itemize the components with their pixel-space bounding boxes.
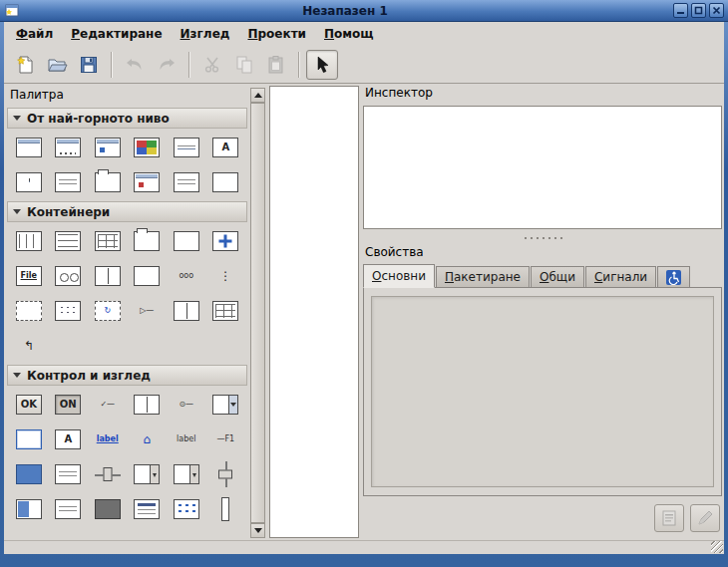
- tab-common[interactable]: Общи: [531, 266, 584, 287]
- new-file-button[interactable]: [9, 50, 41, 80]
- home-button-item[interactable]: ⌂: [128, 425, 168, 454]
- open-file-button[interactable]: [41, 50, 73, 80]
- hscale-item[interactable]: [88, 459, 128, 489]
- copy-button[interactable]: [228, 50, 260, 80]
- message-dialog-item[interactable]: [88, 133, 128, 162]
- vseparator-item[interactable]: [206, 494, 246, 524]
- vbox-item[interactable]: [49, 226, 89, 256]
- palette-section-header[interactable]: Контрол и изглед: [7, 365, 247, 386]
- progress-bar-item[interactable]: [9, 494, 49, 524]
- input-dialog-item[interactable]: [9, 167, 49, 197]
- edit-button[interactable]: [690, 504, 720, 532]
- drawing-area-item[interactable]: [88, 494, 128, 524]
- maximize-button[interactable]: [691, 3, 706, 18]
- scrollbar-thumb[interactable]: [250, 103, 265, 523]
- notebook-item[interactable]: [128, 226, 168, 256]
- properties-empty-area: [371, 296, 714, 487]
- icon-grid-item[interactable]: [167, 494, 206, 524]
- radio-button-item[interactable]: ⊙—: [167, 390, 206, 420]
- font-selection-dialog-item[interactable]: A: [206, 133, 246, 162]
- link-button-item[interactable]: label: [88, 425, 128, 454]
- properties-action-buttons: [654, 504, 720, 532]
- fixed-item[interactable]: [206, 226, 246, 256]
- file-chooser-dialog-item[interactable]: [167, 133, 206, 162]
- title-bar[interactable]: Незапазен 1: [0, 0, 728, 22]
- menu-small-item[interactable]: [128, 494, 168, 524]
- vbuttonbox-item[interactable]: ⋮: [206, 261, 246, 291]
- layout-item[interactable]: ↰: [9, 331, 49, 361]
- cut-button[interactable]: [196, 50, 228, 80]
- about-dialog-icon: [55, 172, 81, 192]
- resize-grip[interactable]: [711, 541, 723, 553]
- tab-accessibility[interactable]: [657, 266, 690, 287]
- text-entry-item[interactable]: A: [49, 425, 89, 454]
- image-item[interactable]: [9, 459, 49, 489]
- redo-button[interactable]: [151, 50, 182, 80]
- scrollbar-item[interactable]: [167, 459, 206, 489]
- cell-view-item[interactable]: [128, 390, 168, 420]
- paned-h-item[interactable]: [167, 296, 206, 326]
- hbox-item[interactable]: [9, 226, 49, 256]
- tab-general[interactable]: Основни: [363, 264, 435, 288]
- combo-box-item[interactable]: [206, 390, 246, 420]
- tab-packing[interactable]: Пакетиране: [436, 266, 530, 287]
- selector-button[interactable]: [306, 50, 338, 80]
- undo-button[interactable]: [119, 50, 151, 80]
- plain-window-item[interactable]: [206, 167, 246, 197]
- save-file-button[interactable]: [73, 50, 105, 80]
- menu-projects[interactable]: Проекти: [238, 24, 315, 44]
- palette-section-header[interactable]: От най-горното ниво: [7, 108, 247, 129]
- menubar-item[interactable]: File: [9, 261, 49, 291]
- file-chooser-widget-item[interactable]: [167, 167, 206, 197]
- recent-chooser-dialog-item[interactable]: [128, 167, 168, 197]
- menu-view[interactable]: Изглед: [172, 24, 239, 44]
- design-canvas[interactable]: [269, 86, 359, 538]
- menu-file[interactable]: Файл: [7, 24, 62, 44]
- close-button[interactable]: [709, 3, 724, 18]
- menu-edit[interactable]: Редактиране: [62, 24, 171, 44]
- button-item[interactable]: OK: [9, 390, 49, 420]
- palette-scrollbar[interactable]: [250, 88, 265, 538]
- viewport-item[interactable]: ↻: [88, 296, 128, 326]
- text-view-item[interactable]: [49, 459, 89, 489]
- hpaned-item[interactable]: [88, 261, 128, 291]
- vscale-item[interactable]: [206, 459, 246, 489]
- toolbar-item[interactable]: [49, 261, 89, 291]
- icon-view-item[interactable]: [49, 296, 89, 326]
- palette-section-header[interactable]: Контейнери: [7, 201, 247, 222]
- entry-item[interactable]: [9, 425, 49, 454]
- palette-icon-label: ✓—: [100, 401, 115, 409]
- color-selection-dialog-item[interactable]: [128, 133, 168, 162]
- table-item[interactable]: [88, 226, 128, 256]
- paned-handle[interactable]: [523, 235, 562, 241]
- toggle-button-item[interactable]: ON: [49, 390, 89, 420]
- table-icon: [95, 231, 121, 251]
- assistant-item[interactable]: [88, 167, 128, 197]
- scrolled-window-item[interactable]: [9, 296, 49, 326]
- minimize-button[interactable]: [673, 3, 688, 18]
- paste-button[interactable]: [260, 50, 292, 80]
- frame-item[interactable]: [167, 226, 206, 256]
- expander-icon: ▷—: [134, 301, 160, 321]
- paned-v-item[interactable]: [206, 296, 246, 326]
- inspector-view[interactable]: [363, 106, 722, 229]
- main-content: Палитра От най-горното нивоAКонтейнериFi…: [4, 84, 724, 540]
- tab-signals[interactable]: Сигнали: [585, 266, 656, 287]
- toolbar: [4, 46, 724, 84]
- input-dialog-icon: [16, 172, 42, 192]
- statusbar-item[interactable]: [49, 494, 89, 524]
- label-item[interactable]: label: [167, 425, 206, 454]
- window-item[interactable]: [9, 133, 49, 162]
- menu-help[interactable]: Помощ: [315, 24, 383, 44]
- check-button-item[interactable]: ✓—: [88, 390, 128, 420]
- spin-button-item[interactable]: [128, 459, 168, 489]
- accel-label-item[interactable]: —F1: [206, 425, 246, 454]
- dialog-item[interactable]: [49, 133, 89, 162]
- scroll-up-button[interactable]: [250, 88, 265, 103]
- expander-item[interactable]: ▷—: [128, 296, 168, 326]
- hbuttonbox-item[interactable]: ooo: [167, 261, 206, 291]
- scroll-down-button[interactable]: [250, 523, 265, 538]
- info-button[interactable]: [654, 504, 684, 532]
- about-dialog-item[interactable]: [49, 167, 89, 197]
- handlebox-item[interactable]: [128, 261, 168, 291]
